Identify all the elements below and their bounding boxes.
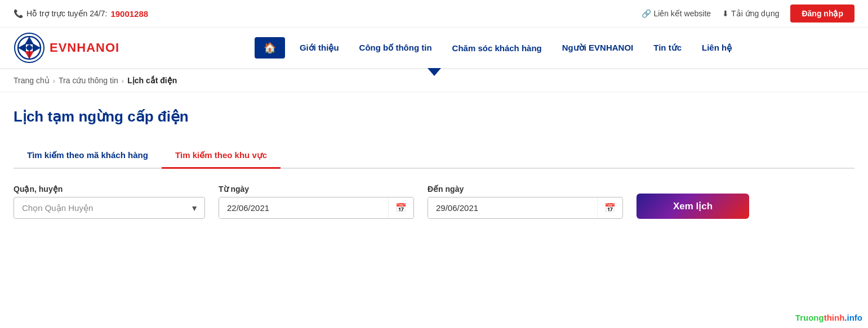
phone-icon: 📞 xyxy=(14,9,23,18)
download-icon: ⬇ xyxy=(722,9,729,18)
login-button[interactable]: Đăng nhập xyxy=(790,5,854,23)
from-date-input-wrap: 📅 xyxy=(219,197,414,219)
top-bar: 📞 Hỗ trợ trực tuyến 24/7: 19001288 🔗 Liê… xyxy=(0,0,868,28)
main-header: EVNHANOI 🏠 Giới thiệu Công bố thông tin … xyxy=(0,28,868,69)
to-date-group: Đến ngày 📅 xyxy=(428,185,623,219)
logo-text: EVNHANOI xyxy=(50,41,119,55)
to-date-input[interactable] xyxy=(428,197,597,218)
from-date-label: Từ ngày xyxy=(219,185,414,194)
submit-group: Xem lịch xyxy=(636,194,749,219)
logo[interactable]: EVNHANOI xyxy=(14,32,119,64)
nav-home[interactable]: 🏠 xyxy=(255,37,285,59)
main-content: Lịch tạm ngừng cấp điện Tìm kiếm theo mã… xyxy=(0,92,868,241)
logo-icon xyxy=(14,32,45,64)
page-title: Lịch tạm ngừng cấp điện xyxy=(14,108,854,125)
nav-item-chamsoc[interactable]: Chăm sóc khách hàng xyxy=(442,39,552,57)
breadcrumb-tracuu[interactable]: Tra cứu thông tin xyxy=(59,76,118,85)
main-nav: 🏠 Giới thiệu Công bố thông tin Chăm sóc … xyxy=(142,37,854,59)
district-group: Quận, huyện Chọn Quận Huyện ▼ xyxy=(14,185,205,219)
from-date-input[interactable] xyxy=(219,197,388,218)
link-icon: 🔗 xyxy=(642,9,651,18)
district-select-wrap: Chọn Quận Huyện ▼ xyxy=(14,197,205,219)
phone-number: 19001288 xyxy=(110,9,148,19)
to-date-calendar-icon[interactable]: 📅 xyxy=(597,198,622,218)
district-label: Quận, huyện xyxy=(14,185,205,194)
breadcrumb-current: Lịch cắt điện xyxy=(127,76,177,85)
district-select[interactable]: Chọn Quận Huyện xyxy=(14,197,205,219)
nav-item-gioithieu[interactable]: Giới thiệu xyxy=(290,38,349,57)
nav-item-lienhe[interactable]: Liên hệ xyxy=(692,38,742,57)
to-date-label: Đến ngày xyxy=(428,185,623,194)
support-info: 📞 Hỗ trợ trực tuyến 24/7: 19001288 xyxy=(14,9,148,19)
from-date-calendar-icon[interactable]: 📅 xyxy=(388,198,413,218)
svg-point-8 xyxy=(26,45,32,51)
nav-item-tintuc[interactable]: Tin tức xyxy=(643,38,692,57)
from-date-group: Từ ngày 📅 xyxy=(219,185,414,219)
xem-lich-button[interactable]: Xem lịch xyxy=(636,194,749,219)
nav-item-nguoi[interactable]: Người EVNHANOI xyxy=(552,38,644,57)
link-website[interactable]: 🔗 Liên kết website xyxy=(642,9,711,18)
breadcrumb-home[interactable]: Trang chủ xyxy=(14,76,50,85)
top-bar-right: 🔗 Liên kết website ⬇ Tải ứng dụng Đăng n… xyxy=(642,5,854,23)
breadcrumb-sep-1: › xyxy=(53,77,55,85)
tab-khu-vuc[interactable]: Tìm kiếm theo khu vực xyxy=(162,143,281,169)
tab-bar: Tìm kiếm theo mã khách hàng Tìm kiếm the… xyxy=(14,143,854,169)
to-date-input-wrap: 📅 xyxy=(428,197,623,219)
breadcrumb-sep-2: › xyxy=(122,77,124,85)
search-form: Quận, huyện Chọn Quận Huyện ▼ Từ ngày 📅 … xyxy=(14,185,854,219)
download-app[interactable]: ⬇ Tải ứng dụng xyxy=(722,9,779,18)
nav-item-congbo[interactable]: Công bố thông tin xyxy=(349,38,442,57)
support-label: Hỗ trợ trực tuyến 24/7: xyxy=(26,9,107,18)
nav-indicator xyxy=(428,68,441,76)
tab-ma-khach-hang[interactable]: Tìm kiếm theo mã khách hàng xyxy=(14,143,162,169)
home-icon: 🏠 xyxy=(264,42,276,54)
